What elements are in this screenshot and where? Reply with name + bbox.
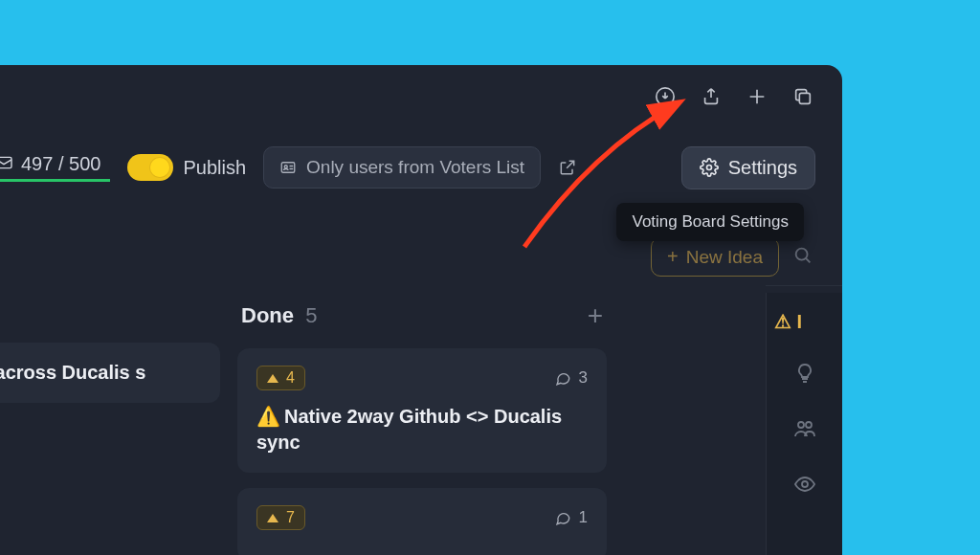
idea-card[interactable]: 4 3 ⚠️Native 2way Github <> Ducalis sync [237, 348, 607, 473]
app-window: ks 497 / 500 Publish Only users from Vot… [0, 65, 842, 555]
idea-card[interactable]: 7 1 [237, 488, 607, 555]
vote-count: 4 [286, 369, 295, 387]
upvote-badge[interactable]: 4 [256, 366, 305, 390]
column-done: Done 5 + 4 3 ⚠️Native 2way [237, 291, 607, 555]
new-idea-label: New Idea [686, 247, 763, 268]
email-count-tab[interactable]: 497 / 500 [0, 153, 110, 182]
share-icon[interactable] [701, 86, 722, 107]
settings-button[interactable]: Settings [681, 146, 815, 189]
copy-icon[interactable] [792, 86, 813, 107]
right-panel-border [766, 285, 842, 286]
svg-point-9 [802, 481, 808, 487]
add-card-icon[interactable]: + [588, 300, 603, 331]
svg-point-6 [796, 248, 808, 259]
board-columns: ess 3 ve tasks across Ducalis s Done 5 + [0, 291, 607, 555]
column-count: 5 [305, 303, 317, 327]
column-header: Done 5 + [237, 291, 607, 348]
idea-card[interactable]: ve tasks across Ducalis s [0, 343, 220, 403]
comments-count[interactable]: 3 [554, 368, 588, 388]
publish-toggle[interactable]: Publish [127, 154, 246, 181]
comments-count[interactable]: 1 [554, 508, 588, 527]
id-card-icon [279, 159, 297, 176]
people-icon[interactable] [793, 417, 816, 444]
plus-icon: + [667, 246, 679, 268]
comment-icon [554, 509, 571, 526]
column-header: ess 3 [0, 291, 220, 343]
upvote-badge[interactable]: 7 [256, 505, 305, 530]
card-title: ve tasks across Ducalis s [0, 360, 201, 386]
svg-point-8 [806, 422, 812, 428]
lightbulb-icon[interactable] [793, 362, 816, 388]
right-panel-header: ⚠ I [774, 310, 835, 333]
open-external-icon[interactable] [558, 158, 577, 177]
warning-icon: ⚠ [774, 310, 791, 333]
column-progress: ess 3 ve tasks across Ducalis s [0, 291, 220, 555]
search-icon[interactable] [792, 245, 813, 270]
svg-rect-3 [281, 163, 295, 173]
download-icon[interactable] [655, 86, 676, 107]
new-idea-button[interactable]: + New Idea [651, 237, 779, 277]
plus-icon[interactable] [746, 86, 768, 107]
svg-point-5 [706, 166, 711, 170]
right-side-panel: ⚠ I [766, 293, 842, 555]
warning-icon: ⚠️ [256, 406, 280, 427]
header-row: ks 497 / 500 Publish Only users from Vot… [0, 144, 842, 191]
new-idea-row: + New Idea [651, 237, 813, 277]
comment-icon [554, 369, 571, 387]
eye-icon[interactable] [793, 473, 816, 500]
mail-icon [0, 153, 13, 175]
column-title: Done [241, 303, 294, 327]
voters-filter-pill[interactable]: Only users from Voters List [263, 146, 541, 189]
svg-point-4 [284, 166, 287, 168]
settings-tooltip: Voting Board Settings [616, 203, 804, 241]
email-count-text: 497 / 500 [21, 153, 100, 175]
svg-point-7 [798, 422, 804, 428]
svg-rect-1 [799, 93, 810, 103]
card-title: ⚠️Native 2way Github <> Ducalis sync [256, 404, 588, 455]
gear-icon [700, 158, 719, 177]
triangle-up-icon [267, 374, 278, 383]
system-toolbar [655, 86, 813, 107]
toggle-switch[interactable] [127, 154, 173, 181]
filter-text: Only users from Voters List [306, 157, 524, 178]
vote-count: 7 [286, 509, 295, 526]
triangle-up-icon [267, 514, 278, 522]
settings-label: Settings [728, 157, 797, 179]
publish-label: Publish [183, 157, 246, 179]
